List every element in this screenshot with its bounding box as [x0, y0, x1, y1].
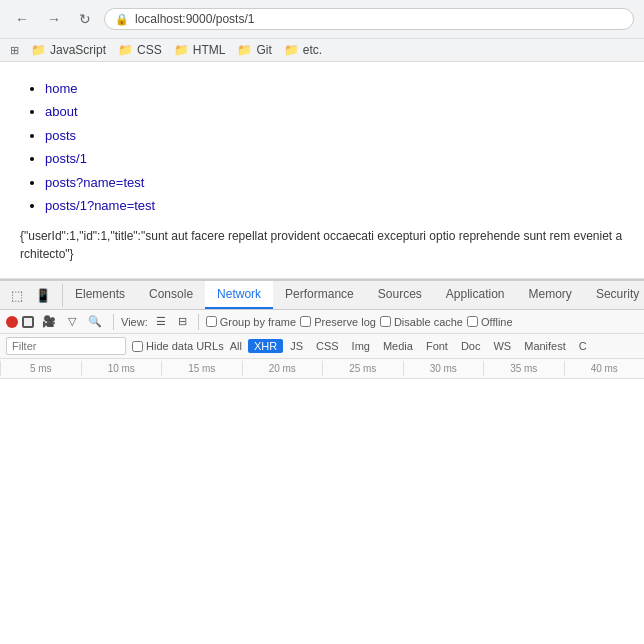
link-posts-name-test[interactable]: posts?name=test: [45, 175, 144, 190]
filter-manifest[interactable]: Manifest: [518, 339, 572, 353]
bookmark-git-label: Git: [256, 43, 271, 57]
filter-xhr[interactable]: XHR: [248, 339, 283, 353]
offline-checkbox[interactable]: Offline: [467, 316, 513, 328]
tab-sources[interactable]: Sources: [366, 281, 434, 309]
filter-bar: Hide data URLs All XHR JS CSS Img Media …: [0, 334, 644, 359]
link-posts[interactable]: posts: [45, 128, 76, 143]
disable-cache-checkbox[interactable]: Disable cache: [380, 316, 463, 328]
devtools-tabs: ⬚ 📱 Elements Console Network Performance…: [0, 281, 644, 310]
reload-button[interactable]: ↻: [74, 9, 96, 29]
bookmark-etc-icon: 📁: [284, 43, 299, 57]
bookmarks-bar: ⊞ 📁 JavaScript 📁 CSS 📁 HTML 📁 Git 📁 etc.: [0, 38, 644, 61]
page-content: home about posts posts/1 posts?name=test…: [0, 62, 644, 279]
tick-5ms: 5 ms: [0, 361, 81, 376]
preview-view-button[interactable]: ⊟: [174, 313, 191, 330]
lock-icon: 🔒: [115, 13, 129, 26]
tick-25ms: 25 ms: [322, 361, 403, 376]
forward-button[interactable]: →: [42, 9, 66, 29]
hide-data-urls-label: Hide data URLs: [146, 340, 224, 352]
tab-console[interactable]: Console: [137, 281, 205, 309]
filter-all-label[interactable]: All: [230, 340, 242, 352]
timeline-ruler: 5 ms 10 ms 15 ms 20 ms 25 ms 30 ms 35 ms…: [0, 359, 644, 379]
search-button[interactable]: 🔍: [84, 313, 106, 330]
devtools-panel: ⬚ 📱 Elements Console Network Performance…: [0, 279, 644, 459]
group-by-frame-checkbox[interactable]: Group by frame: [206, 316, 296, 328]
timeline: 5 ms 10 ms 15 ms 20 ms 25 ms 30 ms 35 ms…: [0, 359, 644, 459]
link-posts-1[interactable]: posts/1: [45, 151, 87, 166]
back-button[interactable]: ←: [10, 9, 34, 29]
filter-img[interactable]: Img: [346, 339, 376, 353]
nav-links-list: home about posts posts/1 posts?name=test…: [45, 77, 624, 217]
filter-css[interactable]: CSS: [310, 339, 345, 353]
list-item: home: [45, 77, 624, 100]
filter-types: XHR JS CSS Img Media Font Doc WS Manifes…: [248, 339, 593, 353]
tick-40ms: 40 ms: [564, 361, 645, 376]
list-item: posts/1: [45, 147, 624, 170]
address-bar[interactable]: 🔒 localhost:9000/posts/1: [104, 8, 634, 30]
list-item: about: [45, 100, 624, 123]
tab-elements[interactable]: Elements: [63, 281, 137, 309]
bookmark-html[interactable]: 📁 HTML: [174, 43, 226, 57]
bookmark-git-icon: 📁: [237, 43, 252, 57]
preserve-log-label: Preserve log: [314, 316, 376, 328]
group-by-frame-label: Group by frame: [220, 316, 296, 328]
list-item: posts/1?name=test: [45, 194, 624, 217]
link-home[interactable]: home: [45, 81, 78, 96]
tick-35ms: 35 ms: [483, 361, 564, 376]
url-text: localhost:9000/posts/1: [135, 12, 254, 26]
offline-input[interactable]: [467, 316, 478, 327]
bookmark-css-icon: 📁: [118, 43, 133, 57]
tab-memory[interactable]: Memory: [517, 281, 584, 309]
separator-2: [198, 314, 199, 330]
disable-cache-input[interactable]: [380, 316, 391, 327]
list-item: posts: [45, 124, 624, 147]
nav-bar: ← → ↻ 🔒 localhost:9000/posts/1: [0, 0, 644, 38]
offline-label: Offline: [481, 316, 513, 328]
tab-security[interactable]: Security: [584, 281, 644, 309]
tab-performance[interactable]: Performance: [273, 281, 366, 309]
group-by-frame-input[interactable]: [206, 316, 217, 327]
tab-network[interactable]: Network: [205, 281, 273, 309]
filter-button[interactable]: ▽: [64, 313, 80, 330]
bookmark-git[interactable]: 📁 Git: [237, 43, 271, 57]
bookmark-html-icon: 📁: [174, 43, 189, 57]
disable-cache-label: Disable cache: [394, 316, 463, 328]
hide-data-urls-input[interactable]: [132, 341, 143, 352]
filter-ws[interactable]: WS: [487, 339, 517, 353]
devtools-tab-icons: ⬚ 📱: [0, 284, 63, 307]
camera-button[interactable]: 🎥: [38, 313, 60, 330]
filter-media[interactable]: Media: [377, 339, 419, 353]
bookmark-javascript-icon: 📁: [31, 43, 46, 57]
filter-js[interactable]: JS: [284, 339, 309, 353]
json-output: {"userId":1,"id":1,"title":"sunt aut fac…: [20, 227, 624, 263]
hide-data-urls-checkbox[interactable]: Hide data URLs: [132, 340, 224, 352]
list-view-button[interactable]: ☰: [152, 313, 170, 330]
bookmark-css-label: CSS: [137, 43, 162, 57]
inspect-icon-button[interactable]: ⬚: [6, 284, 28, 307]
bookmark-etc[interactable]: 📁 etc.: [284, 43, 322, 57]
preserve-log-checkbox[interactable]: Preserve log: [300, 316, 376, 328]
apps-icon: ⊞: [10, 44, 19, 57]
link-posts-1-name-test[interactable]: posts/1?name=test: [45, 198, 155, 213]
link-about[interactable]: about: [45, 104, 78, 119]
bookmark-css[interactable]: 📁 CSS: [118, 43, 162, 57]
preserve-log-input[interactable]: [300, 316, 311, 327]
separator: [113, 314, 114, 330]
bookmark-javascript-label: JavaScript: [50, 43, 106, 57]
record-button[interactable]: [6, 316, 18, 328]
tab-application[interactable]: Application: [434, 281, 517, 309]
filter-other[interactable]: C: [573, 339, 593, 353]
browser-chrome: ← → ↻ 🔒 localhost:9000/posts/1 ⊞ 📁 JavaS…: [0, 0, 644, 62]
filter-input[interactable]: [6, 337, 126, 355]
stop-button[interactable]: [22, 316, 34, 328]
tick-10ms: 10 ms: [81, 361, 162, 376]
filter-doc[interactable]: Doc: [455, 339, 487, 353]
list-item: posts?name=test: [45, 171, 624, 194]
bookmark-javascript[interactable]: 📁 JavaScript: [31, 43, 106, 57]
bookmark-etc-label: etc.: [303, 43, 322, 57]
tick-20ms: 20 ms: [242, 361, 323, 376]
device-icon-button[interactable]: 📱: [30, 284, 56, 307]
bookmark-html-label: HTML: [193, 43, 226, 57]
filter-font[interactable]: Font: [420, 339, 454, 353]
view-label: View:: [121, 316, 148, 328]
